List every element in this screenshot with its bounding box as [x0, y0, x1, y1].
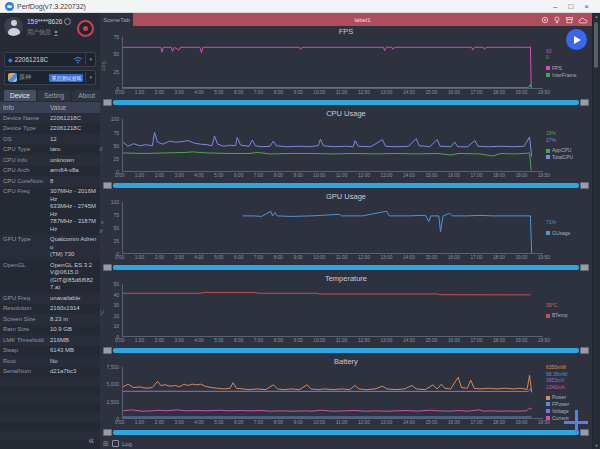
chevron-down-icon[interactable]: ▾	[85, 72, 92, 83]
user-info-link[interactable]: 用户信息	[27, 28, 71, 37]
avatar	[4, 17, 23, 36]
chart-current-values: 71%	[546, 219, 590, 226]
legend-swatch	[546, 149, 550, 153]
x-tick: 17:00	[470, 173, 482, 181]
app-selector[interactable]: 原神 重启测试游戏 ▾	[4, 70, 96, 85]
record-button[interactable]	[77, 20, 94, 37]
x-tick: 1:00	[135, 255, 144, 263]
chart-legend: FPSInterFrame	[546, 65, 590, 79]
y-tick: 25	[113, 69, 119, 75]
scrollbar-track[interactable]	[113, 265, 579, 270]
x-tick: 13:00	[380, 255, 392, 263]
chart-plot[interactable]	[122, 202, 543, 254]
legend-label: GUsage	[552, 230, 570, 237]
x-tick: 13:00	[380, 90, 392, 98]
row-key: GPU Freq	[0, 293, 47, 304]
scrollbar-track[interactable]	[113, 430, 579, 435]
chart-title: GPU Usage	[102, 192, 590, 202]
legend-item[interactable]: GUsage	[546, 230, 590, 237]
y-tick: 50	[113, 225, 119, 231]
chart-plot[interactable]	[122, 284, 543, 336]
chart-plot[interactable]	[122, 119, 543, 171]
play-button[interactable]	[566, 29, 587, 50]
row-key: SerialNum	[0, 367, 47, 378]
row-key: Root	[0, 356, 47, 367]
scrollbar-left-handle[interactable]	[103, 99, 112, 106]
scrollbar-thumb[interactable]	[594, 22, 598, 68]
scrollbar-right-handle[interactable]	[580, 264, 589, 271]
row-value: 22061218C	[47, 124, 100, 135]
scrollbar-left-handle[interactable]	[103, 264, 112, 271]
scrollbar-left-handle[interactable]	[103, 347, 112, 354]
panel-toggle-icon[interactable]: ⊞	[103, 440, 109, 447]
scrollbar-left-handle[interactable]	[103, 182, 112, 189]
scrollbar-right-handle[interactable]	[580, 347, 589, 354]
log-checkbox[interactable]	[112, 440, 119, 447]
chart-plot[interactable]	[122, 367, 543, 419]
x-tick: 18:00	[493, 255, 505, 263]
scene-label-bar[interactable]: label1	[133, 13, 592, 26]
device-panel: 159****8626 用户信息 ◆ 22061218C	[0, 13, 100, 449]
scrollbar-track[interactable]	[113, 348, 579, 353]
window-title: PerfDog(v7.3.220732)	[17, 3, 86, 10]
scrollbar-right-handle[interactable]	[580, 99, 589, 106]
legend-item[interactable]: TotalCPU	[546, 154, 590, 161]
scrollbar-left-handle[interactable]	[103, 429, 112, 436]
chart-scrollbar[interactable]	[103, 346, 589, 355]
chart-current-values: 39°C	[546, 302, 590, 309]
x-tick: 18:00	[493, 173, 505, 181]
cloud-icon[interactable]	[578, 16, 588, 24]
row-value: d21a7bc3	[47, 367, 100, 378]
table-row: Device Name22061218C	[0, 113, 100, 124]
zoom-crosshair-icon[interactable]	[564, 410, 588, 434]
marker-icon[interactable]	[541, 16, 549, 24]
maximize-button[interactable]: □	[568, 0, 573, 13]
scroll-down-icon[interactable]: ▼	[593, 443, 600, 448]
chart-canvas	[123, 202, 543, 253]
expand-panel-icon[interactable]: ›	[101, 218, 104, 227]
legend-item[interactable]: FPower	[546, 401, 590, 408]
y-tick: 75	[113, 34, 119, 40]
chart-scrollbar[interactable]	[103, 98, 589, 107]
archive-box-icon[interactable]	[565, 16, 574, 24]
x-tick: 12:00	[358, 255, 370, 263]
device-selector[interactable]: ◆ 22061218C ▾	[4, 52, 96, 67]
legend-item[interactable]: InterFrame	[546, 72, 590, 79]
y-tick: 25	[113, 238, 119, 244]
chart-x-axis: 0:001:002:003:004:005:006:007:008:009:00…	[115, 420, 550, 428]
y-tick: 25	[113, 156, 119, 162]
scroll-up-icon[interactable]: ▲	[593, 14, 600, 19]
x-tick: 14:00	[403, 338, 415, 346]
row-key: CPU Arch	[0, 166, 47, 177]
x-tick: 14:00	[403, 255, 415, 263]
legend-item[interactable]: AppCPU	[546, 147, 590, 154]
title-bar: PerfDog(v7.3.220732) – □ ×	[0, 0, 600, 13]
legend-item[interactable]: Power	[546, 394, 590, 401]
chart-y-axis: 7,5005,0002,5000	[102, 367, 122, 419]
y-tick: 0	[116, 169, 119, 175]
chart-side-panel: 71% GUsage	[543, 202, 590, 254]
close-button[interactable]: ×	[584, 0, 589, 13]
vertical-scrollbar[interactable]: ▲ ▼	[592, 13, 600, 449]
y-tick: 40	[113, 292, 119, 298]
chart-scrollbar[interactable]	[103, 263, 589, 272]
scene-tab[interactable]: SceneTab	[100, 13, 133, 26]
restart-test-badge[interactable]: 重启测试游戏	[49, 74, 83, 82]
tab-device[interactable]: Device	[4, 90, 36, 101]
collapse-panel-button[interactable]: «	[88, 436, 94, 446]
scrollbar-track[interactable]	[113, 100, 579, 105]
tab-setting[interactable]: Setting	[38, 90, 70, 101]
scrollbar-track[interactable]	[113, 183, 579, 188]
legend-item[interactable]: FPS	[546, 65, 590, 72]
chart-plot[interactable]	[122, 37, 543, 89]
chart-x-axis: 0:001:002:003:004:005:006:007:008:009:00…	[115, 173, 550, 181]
row-value: 216MB	[47, 335, 100, 346]
legend-item[interactable]: BTemp	[546, 312, 590, 319]
chart-scrollbar[interactable]	[103, 181, 589, 190]
scrollbar-right-handle[interactable]	[580, 182, 589, 189]
bulb-icon[interactable]	[553, 16, 561, 24]
chart-scrollbar[interactable]	[103, 428, 589, 437]
chevron-down-icon[interactable]: ▾	[85, 54, 92, 65]
minimize-button[interactable]: –	[553, 0, 557, 13]
tab-about[interactable]: About	[72, 90, 101, 101]
